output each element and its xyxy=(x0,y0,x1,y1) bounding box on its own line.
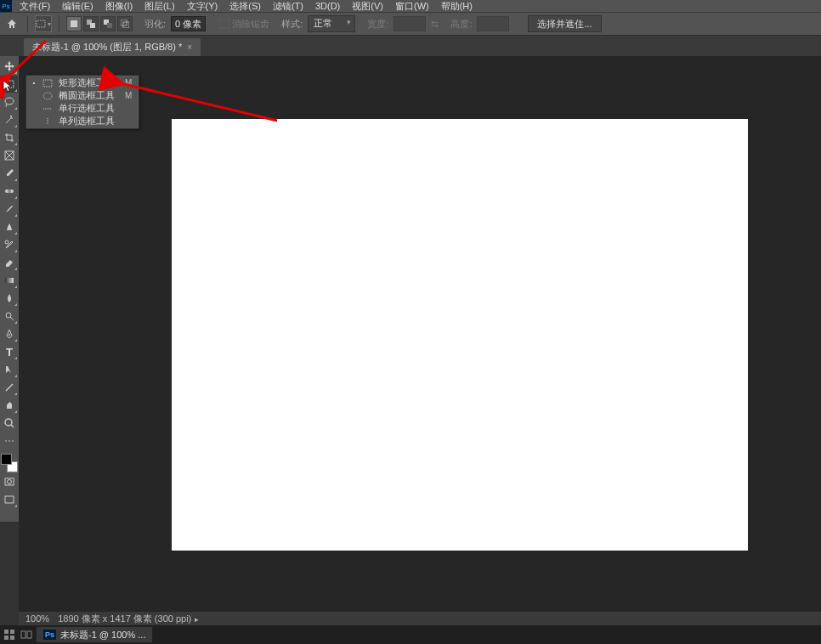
flyout-elliptical-marquee[interactable]: 椭圆选框工具 M xyxy=(26,89,139,102)
col-marquee-icon xyxy=(42,117,54,126)
height-input xyxy=(477,16,509,31)
flyout-item-label: 单行选框工具 xyxy=(59,102,122,115)
app-icon: Ps xyxy=(0,0,12,12)
zoom-tool[interactable] xyxy=(1,415,18,432)
feather-input[interactable]: 0 像素 xyxy=(171,16,206,31)
shape-tool[interactable] xyxy=(1,379,18,396)
flyout-rectangular-marquee[interactable]: • 矩形选框工具 M xyxy=(26,76,139,89)
task-view-button[interactable] xyxy=(19,627,34,642)
menu-3d[interactable]: 3D(D) xyxy=(309,1,346,11)
swap-wh-icon: ⇆ xyxy=(431,19,439,30)
svg-rect-11 xyxy=(5,189,14,193)
taskbar-app-photoshop[interactable]: Ps 未标题-1 @ 100% ... xyxy=(36,626,153,643)
canvas-area[interactable] xyxy=(19,56,821,625)
windows-taskbar: Ps 未标题-1 @ 100% ... xyxy=(0,625,821,644)
svg-rect-1 xyxy=(71,20,77,27)
type-tool[interactable]: T xyxy=(1,343,18,360)
selection-add[interactable] xyxy=(83,16,99,31)
flyout-single-column-marquee[interactable]: 单列选框工具 xyxy=(26,115,139,127)
status-bar: 100% 1890 像素 x 1417 像素 (300 ppi) xyxy=(19,612,821,625)
svg-point-12 xyxy=(5,240,8,244)
crop-tool[interactable] xyxy=(1,129,18,146)
gradient-tool[interactable] xyxy=(1,272,18,289)
marquee-tool[interactable] xyxy=(1,76,18,93)
menu-view[interactable]: 视图(V) xyxy=(346,0,389,13)
document-tab[interactable]: 未标题-1 @ 100% (图层 1, RGB/8) * × xyxy=(24,38,201,56)
path-selection-tool[interactable] xyxy=(1,361,18,378)
svg-point-20 xyxy=(8,480,12,484)
document-canvas[interactable] xyxy=(172,119,748,551)
antialias-checkbox xyxy=(219,19,229,29)
taskbar-app-title: 未标题-1 @ 100% ... xyxy=(60,629,145,641)
flyout-item-label: 矩形选框工具 xyxy=(59,76,115,89)
clone-stamp-tool[interactable] xyxy=(1,218,18,235)
menu-image[interactable]: 图像(I) xyxy=(99,0,139,13)
lasso-tool[interactable] xyxy=(1,93,18,110)
menu-file[interactable]: 文件(F) xyxy=(14,0,56,13)
screen-mode-toggle[interactable] xyxy=(1,491,18,508)
select-and-mask-button[interactable]: 选择并遮住... xyxy=(528,15,601,32)
quick-mask-toggle[interactable] xyxy=(1,473,18,490)
selection-new[interactable] xyxy=(66,16,82,31)
svg-line-18 xyxy=(11,425,14,427)
flyout-single-row-marquee[interactable]: 单行选框工具 xyxy=(26,102,139,115)
svg-point-9 xyxy=(5,98,14,105)
brush-tool[interactable] xyxy=(1,201,18,217)
width-input xyxy=(394,16,426,31)
eraser-tool[interactable] xyxy=(1,254,18,271)
menu-window[interactable]: 窗口(W) xyxy=(389,0,435,13)
antialias-label: 消除锯齿 xyxy=(232,18,269,31)
tool-preset-picker[interactable]: ▾ xyxy=(35,15,52,32)
selection-mode-group xyxy=(66,16,133,31)
style-dropdown[interactable]: 正常 xyxy=(308,15,355,32)
ps-app-icon: Ps xyxy=(43,630,56,640)
edit-toolbar-icon[interactable]: ⋯ xyxy=(1,432,18,449)
svg-rect-28 xyxy=(4,630,8,634)
hand-tool[interactable] xyxy=(1,397,18,414)
blur-tool[interactable] xyxy=(1,290,18,307)
move-tool[interactable] xyxy=(1,58,18,75)
menu-help[interactable]: 帮助(H) xyxy=(435,0,478,13)
svg-rect-30 xyxy=(4,636,8,640)
home-button[interactable] xyxy=(3,15,20,32)
document-info[interactable]: 1890 像素 x 1417 像素 (300 ppi) xyxy=(58,613,199,625)
pen-tool[interactable] xyxy=(1,325,18,342)
eyedropper-tool[interactable] xyxy=(1,165,18,182)
style-label: 样式: xyxy=(281,18,303,31)
svg-rect-33 xyxy=(27,631,31,638)
width-label: 宽度: xyxy=(367,18,388,31)
selection-subtract[interactable] xyxy=(100,16,116,31)
color-swatches[interactable] xyxy=(1,454,18,472)
row-marquee-icon xyxy=(42,105,54,113)
svg-rect-13 xyxy=(5,278,14,283)
menu-select[interactable]: 选择(S) xyxy=(224,0,267,13)
marquee-tool-flyout: • 矩形选框工具 M 椭圆选框工具 M 单行选框工具 单列选框工具 xyxy=(25,75,139,129)
dodge-tool[interactable] xyxy=(1,308,18,325)
flyout-item-label: 单列选框工具 xyxy=(59,115,122,127)
magic-wand-tool[interactable] xyxy=(1,111,18,128)
svg-rect-3 xyxy=(90,23,95,28)
zoom-level[interactable]: 100% xyxy=(25,613,49,624)
menu-type[interactable]: 文字(Y) xyxy=(181,0,224,13)
menu-edit[interactable]: 编辑(E) xyxy=(56,0,99,13)
svg-point-23 xyxy=(43,93,52,99)
svg-rect-5 xyxy=(107,23,112,28)
menu-layer[interactable]: 图层(L) xyxy=(139,0,180,13)
svg-rect-31 xyxy=(10,636,14,640)
toolbox: T ⋯ xyxy=(0,56,19,522)
history-brush-tool[interactable] xyxy=(1,236,18,253)
svg-rect-29 xyxy=(10,630,14,634)
selection-intersect[interactable] xyxy=(117,16,133,31)
document-tab-title: 未标题-1 @ 100% (图层 1, RGB/8) * xyxy=(32,41,182,54)
healing-brush-tool[interactable] xyxy=(1,183,18,200)
feather-label: 羽化: xyxy=(144,18,166,31)
svg-point-17 xyxy=(5,419,12,426)
windows-start-button[interactable] xyxy=(2,627,17,642)
svg-point-15 xyxy=(8,334,10,336)
svg-rect-21 xyxy=(5,496,14,503)
frame-tool[interactable] xyxy=(1,147,18,164)
menu-filter[interactable]: 滤镜(T) xyxy=(267,0,309,13)
foreground-color-swatch[interactable] xyxy=(1,454,12,465)
document-tab-bar: 未标题-1 @ 100% (图层 1, RGB/8) * × xyxy=(0,36,821,56)
close-tab-icon[interactable]: × xyxy=(187,42,192,52)
